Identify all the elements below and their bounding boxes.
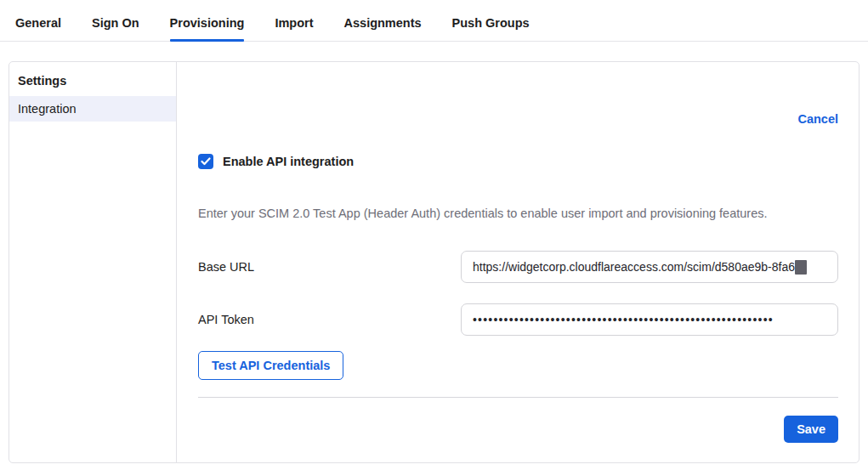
tab-push-groups[interactable]: Push Groups bbox=[452, 16, 530, 41]
api-token-input[interactable]: ••••••••••••••••••••••••••••••••••••••••… bbox=[461, 303, 838, 336]
provisioning-panel: Settings Integration Cancel Enable API i… bbox=[9, 61, 859, 463]
base-url-input[interactable]: https://widgetcorp.cloudflareaccess.com/… bbox=[461, 251, 838, 283]
integration-settings-content: Cancel Enable API integration Enter your… bbox=[177, 62, 859, 462]
tab-assignments[interactable]: Assignments bbox=[344, 16, 422, 41]
sidebar-heading: Settings bbox=[9, 74, 176, 96]
sidebar-item-integration[interactable]: Integration bbox=[9, 96, 176, 122]
test-credentials-row: Test API Credentials bbox=[198, 351, 838, 380]
app-tab-bar: General Sign On Provisioning Import Assi… bbox=[0, 0, 868, 42]
tab-provisioning[interactable]: Provisioning bbox=[170, 16, 245, 41]
credentials-description: Enter your SCIM 2.0 Test App (Header Aut… bbox=[198, 207, 838, 220]
api-token-label: API Token bbox=[198, 313, 461, 326]
tab-general[interactable]: General bbox=[15, 16, 61, 41]
api-token-row: API Token ••••••••••••••••••••••••••••••… bbox=[198, 303, 838, 336]
footer-divider bbox=[198, 397, 838, 398]
enable-api-integration-checkbox[interactable] bbox=[198, 154, 213, 169]
checkmark-icon bbox=[201, 157, 211, 166]
enable-api-integration-label: Enable API integration bbox=[223, 155, 354, 168]
enable-api-integration-row: Enable API integration bbox=[198, 154, 838, 169]
cancel-row: Cancel bbox=[198, 62, 838, 127]
save-button[interactable]: Save bbox=[784, 416, 838, 443]
cancel-button[interactable]: Cancel bbox=[797, 112, 838, 126]
base-url-row: Base URL https://widgetcorp.cloudflareac… bbox=[198, 251, 838, 283]
save-row: Save bbox=[198, 416, 838, 443]
test-api-credentials-button[interactable]: Test API Credentials bbox=[198, 351, 343, 380]
tab-sign-on[interactable]: Sign On bbox=[92, 16, 139, 41]
tab-import[interactable]: Import bbox=[275, 16, 313, 41]
api-token-masked-value: ••••••••••••••••••••••••••••••••••••••••… bbox=[473, 313, 774, 326]
text-selection-cursor bbox=[795, 260, 807, 275]
settings-sidebar: Settings Integration bbox=[9, 62, 177, 462]
base-url-label: Base URL bbox=[198, 260, 461, 274]
base-url-value: https://widgetcorp.cloudflareaccess.com/… bbox=[473, 260, 795, 274]
